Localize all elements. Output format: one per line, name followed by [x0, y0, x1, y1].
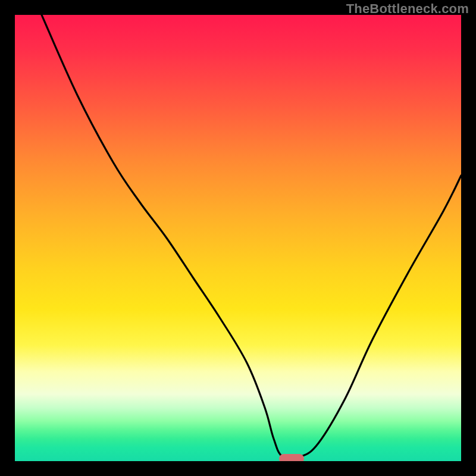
optimum-marker [279, 454, 304, 461]
watermark-text: TheBottleneck.com [346, 1, 469, 17]
bottleneck-curve [15, 15, 461, 461]
plot-area [15, 15, 461, 461]
chart-frame: TheBottleneck.com [0, 0, 476, 476]
